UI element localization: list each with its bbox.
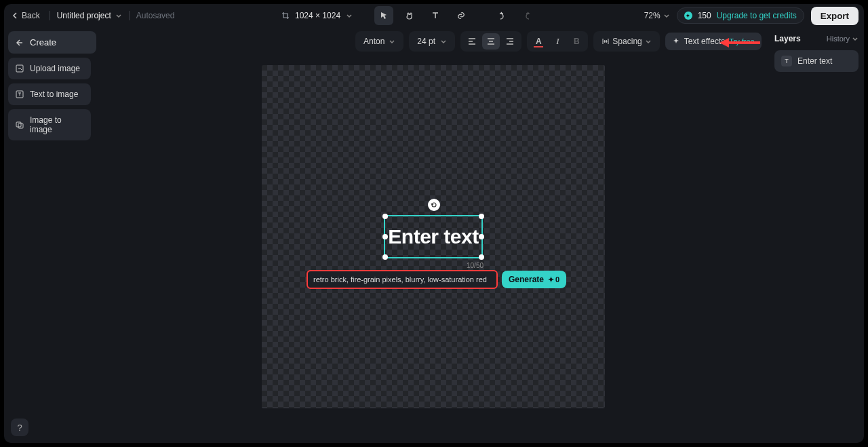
back-arrow-icon: [15, 38, 24, 47]
credit-icon: ✦: [684, 12, 692, 20]
text-effects-label: Text effects: [684, 37, 725, 46]
text-selection-box[interactable]: Enter text: [384, 215, 483, 258]
font-value: Anton: [363, 37, 384, 46]
upload-image-label: Upload image: [30, 64, 80, 73]
dimensions-label: 1024 × 1024: [295, 11, 340, 20]
text-layer-icon: T: [781, 56, 792, 66]
upload-image-button[interactable]: Upload image: [8, 58, 91, 79]
create-button[interactable]: Create: [8, 31, 96, 54]
layer-label: Enter text: [797, 56, 832, 66]
redo-button[interactable]: [518, 6, 537, 25]
credits-pill[interactable]: ✦ 150 Upgrade to get credits: [677, 7, 804, 24]
history-label: History: [827, 35, 850, 43]
resize-handle-tl[interactable]: [382, 214, 388, 219]
back-label: Back: [22, 11, 40, 20]
text-effects-button[interactable]: Text effects Try free: [665, 33, 762, 50]
text-color-button[interactable]: A: [530, 33, 547, 50]
project-name-dropdown[interactable]: Untitled project: [57, 11, 122, 20]
image-to-image-button[interactable]: Image to image: [8, 109, 91, 140]
undo-button[interactable]: [492, 6, 511, 25]
back-button[interactable]: Back: [9, 9, 43, 22]
spacing-label: Spacing: [612, 37, 642, 46]
align-left-button[interactable]: [463, 33, 481, 50]
generate-cost: ✦0: [548, 275, 559, 284]
spacing-dropdown[interactable]: Spacing: [596, 34, 656, 49]
character-count: 10/50: [467, 262, 484, 269]
export-button[interactable]: Export: [811, 7, 859, 25]
generate-button[interactable]: Generate ✦0: [502, 271, 566, 288]
italic-button[interactable]: I: [549, 33, 566, 50]
text-to-image-label: Text to image: [30, 90, 78, 99]
link-tool[interactable]: [452, 6, 471, 25]
text-tool[interactable]: [426, 6, 445, 25]
image-to-image-label: Image to image: [30, 115, 84, 134]
divider: [129, 11, 130, 20]
upload-icon: [15, 64, 24, 73]
zoom-dropdown[interactable]: 72%: [644, 11, 670, 20]
resize-handle-br[interactable]: [479, 254, 484, 260]
spacing-icon: [601, 37, 610, 45]
credit-count: 150: [698, 11, 711, 20]
canvas-dimensions-dropdown[interactable]: 1024 × 1024: [281, 11, 353, 20]
layers-tab[interactable]: Layers: [774, 34, 801, 43]
hand-tool[interactable]: [400, 6, 419, 25]
help-button[interactable]: ?: [11, 419, 28, 436]
rotate-handle[interactable]: [428, 199, 440, 211]
sparkle-icon: [672, 37, 680, 45]
history-dropdown[interactable]: History: [827, 35, 859, 43]
font-select[interactable]: Anton: [358, 34, 401, 49]
resize-handle-tr[interactable]: [479, 214, 484, 219]
crop-icon: [281, 12, 290, 20]
prompt-input[interactable]: [307, 270, 498, 289]
font-size-value: 24 pt: [417, 37, 435, 46]
text-to-image-icon: [15, 90, 24, 99]
project-name: Untitled project: [57, 11, 111, 20]
resize-handle-bl[interactable]: [382, 254, 388, 260]
align-center-button[interactable]: [482, 33, 500, 50]
align-right-button[interactable]: [501, 33, 519, 50]
upgrade-link[interactable]: Upgrade to get credits: [717, 11, 797, 20]
font-size-select[interactable]: 24 pt: [412, 34, 452, 49]
svg-rect-0: [16, 65, 23, 72]
resize-handle-mr[interactable]: [479, 234, 484, 239]
zoom-value: 72%: [644, 11, 660, 20]
image-to-image-icon: [15, 120, 24, 130]
try-free-badge: Try free: [729, 37, 755, 45]
generate-label: Generate: [509, 275, 544, 284]
cursor-tool[interactable]: [374, 6, 393, 25]
divider: [50, 11, 50, 20]
create-label: Create: [30, 37, 56, 47]
resize-handle-ml[interactable]: [382, 234, 388, 239]
layer-item[interactable]: T Enter text: [774, 50, 859, 72]
autosave-status: Autosaved: [136, 11, 175, 20]
bold-button[interactable]: B: [568, 33, 585, 50]
canvas-text[interactable]: Enter text: [388, 225, 478, 248]
text-to-image-button[interactable]: Text to image: [8, 83, 91, 105]
